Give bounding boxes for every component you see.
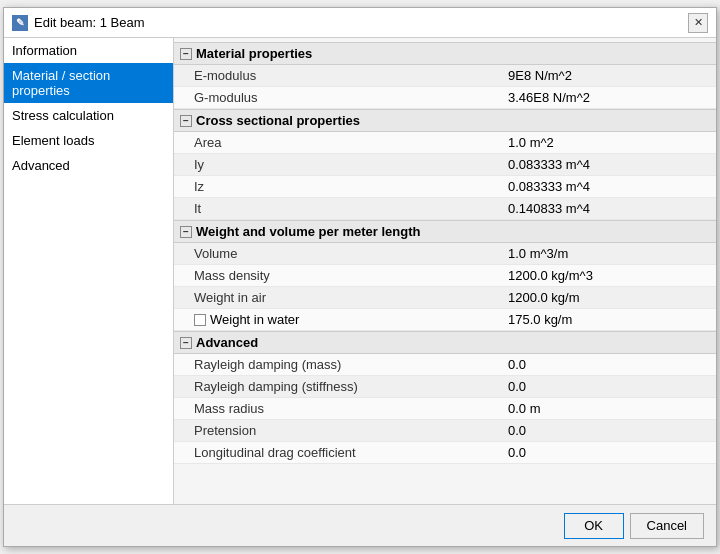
collapse-icon-weight[interactable]: − xyxy=(180,226,192,238)
prop-value-e-modulus: 9E8 N/m^2 xyxy=(508,68,708,83)
dialog-footer: OK Cancel xyxy=(4,504,716,546)
prop-name-weight-water: Weight in water xyxy=(210,312,299,327)
row-iy: Iy 0.083333 m^4 xyxy=(174,154,716,176)
row-e-modulus: E-modulus 9E8 N/m^2 xyxy=(174,65,716,87)
row-mass-density: Mass density 1200.0 kg/m^3 xyxy=(174,265,716,287)
prop-value-mass-density: 1200.0 kg/m^3 xyxy=(508,268,708,283)
row-area: Area 1.0 m^2 xyxy=(174,132,716,154)
checkbox-weight-water[interactable] xyxy=(194,314,206,326)
prop-name-mass-radius: Mass radius xyxy=(194,401,508,416)
prop-value-rayleigh-mass: 0.0 xyxy=(508,357,708,372)
row-g-modulus: G-modulus 3.46E8 N/m^2 xyxy=(174,87,716,109)
prop-name-weight-air: Weight in air xyxy=(194,290,508,305)
prop-value-mass-radius: 0.0 m xyxy=(508,401,708,416)
row-mass-radius: Mass radius 0.0 m xyxy=(174,398,716,420)
prop-value-volume: 1.0 m^3/m xyxy=(508,246,708,261)
section-header-advanced: − Advanced xyxy=(174,331,716,354)
row-it: It 0.140833 m^4 xyxy=(174,198,716,220)
prop-value-area: 1.0 m^2 xyxy=(508,135,708,150)
prop-name-drag-coeff: Longitudinal drag coefficient xyxy=(194,445,508,460)
section-title-material: Material properties xyxy=(196,46,312,61)
section-title-weight: Weight and volume per meter length xyxy=(196,224,420,239)
prop-value-iz: 0.083333 m^4 xyxy=(508,179,708,194)
section-title-cross: Cross sectional properties xyxy=(196,113,360,128)
cancel-button[interactable]: Cancel xyxy=(630,513,704,539)
collapse-icon-cross[interactable]: − xyxy=(180,115,192,127)
sidebar-item-loads[interactable]: Element loads xyxy=(4,128,173,153)
row-weight-air: Weight in air 1200.0 kg/m xyxy=(174,287,716,309)
prop-name-with-check-water: Weight in water xyxy=(194,312,508,327)
row-rayleigh-mass: Rayleigh damping (mass) 0.0 xyxy=(174,354,716,376)
ok-button[interactable]: OK xyxy=(564,513,624,539)
prop-name-area: Area xyxy=(194,135,508,150)
prop-value-iy: 0.083333 m^4 xyxy=(508,157,708,172)
prop-name-rayleigh-mass: Rayleigh damping (mass) xyxy=(194,357,508,372)
row-iz: Iz 0.083333 m^4 xyxy=(174,176,716,198)
section-header-weight: − Weight and volume per meter length xyxy=(174,220,716,243)
sidebar-item-information[interactable]: Information xyxy=(4,38,173,63)
prop-value-weight-air: 1200.0 kg/m xyxy=(508,290,708,305)
main-content: − Material properties E-modulus 9E8 N/m^… xyxy=(174,38,716,504)
sidebar: Information Material / section propertie… xyxy=(4,38,174,504)
dialog-window: ✎ Edit beam: 1 Beam ✕ Information Materi… xyxy=(3,7,717,547)
title-bar-left: ✎ Edit beam: 1 Beam xyxy=(12,15,145,31)
prop-name-mass-density: Mass density xyxy=(194,268,508,283)
window-title: Edit beam: 1 Beam xyxy=(34,15,145,30)
row-rayleigh-stiffness: Rayleigh damping (stiffness) 0.0 xyxy=(174,376,716,398)
prop-value-drag-coeff: 0.0 xyxy=(508,445,708,460)
sidebar-item-material[interactable]: Material / section properties xyxy=(4,63,173,103)
window-icon: ✎ xyxy=(12,15,28,31)
prop-value-rayleigh-stiffness: 0.0 xyxy=(508,379,708,394)
prop-value-pretension: 0.0 xyxy=(508,423,708,438)
row-volume: Volume 1.0 m^3/m xyxy=(174,243,716,265)
sidebar-item-stress[interactable]: Stress calculation xyxy=(4,103,173,128)
collapse-icon-advanced[interactable]: − xyxy=(180,337,192,349)
prop-name-iy: Iy xyxy=(194,157,508,172)
row-pretension: Pretension 0.0 xyxy=(174,420,716,442)
prop-value-g-modulus: 3.46E8 N/m^2 xyxy=(508,90,708,105)
prop-name-it: It xyxy=(194,201,508,216)
collapse-icon-material[interactable]: − xyxy=(180,48,192,60)
prop-name-pretension: Pretension xyxy=(194,423,508,438)
section-header-cross: − Cross sectional properties xyxy=(174,109,716,132)
title-bar: ✎ Edit beam: 1 Beam ✕ xyxy=(4,8,716,38)
prop-name-e-modulus: E-modulus xyxy=(194,68,508,83)
row-drag-coeff: Longitudinal drag coefficient 0.0 xyxy=(174,442,716,464)
prop-name-volume: Volume xyxy=(194,246,508,261)
section-header-material: − Material properties xyxy=(174,42,716,65)
dialog-body: Information Material / section propertie… xyxy=(4,38,716,504)
row-weight-water: Weight in water 175.0 kg/m xyxy=(174,309,716,331)
prop-name-iz: Iz xyxy=(194,179,508,194)
prop-name-rayleigh-stiffness: Rayleigh damping (stiffness) xyxy=(194,379,508,394)
prop-value-it: 0.140833 m^4 xyxy=(508,201,708,216)
section-title-advanced: Advanced xyxy=(196,335,258,350)
prop-name-g-modulus: G-modulus xyxy=(194,90,508,105)
prop-value-weight-water: 175.0 kg/m xyxy=(508,312,708,327)
close-button[interactable]: ✕ xyxy=(688,13,708,33)
sidebar-item-advanced[interactable]: Advanced xyxy=(4,153,173,178)
